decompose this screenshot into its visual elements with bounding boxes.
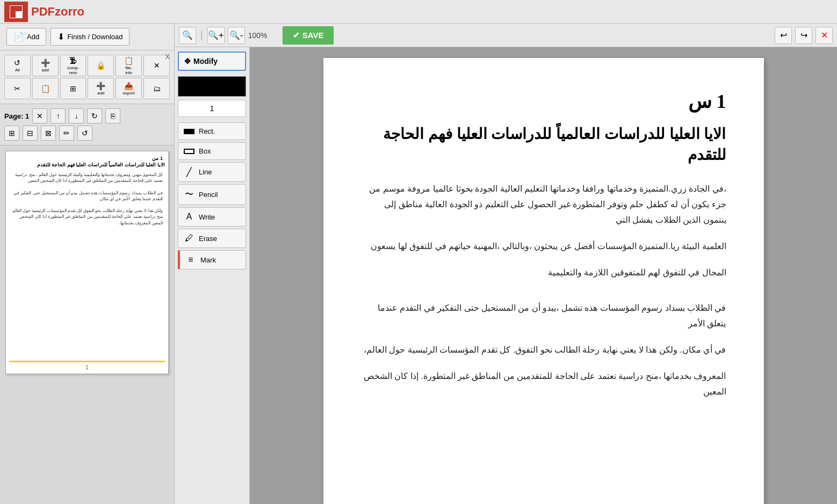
add-label: Add [27, 33, 39, 41]
write-tool-button[interactable]: A Write [178, 207, 246, 227]
tool-compress[interactable]: 🗜 comp-ress [60, 55, 86, 76]
line-tool-button[interactable]: ╱ Line [178, 162, 246, 182]
export-icon: 📤 [124, 82, 133, 90]
erase-icon: 🖊 [184, 233, 194, 243]
modify-button[interactable]: ✥ Modify [178, 52, 246, 71]
finish-download-button[interactable]: ⬇ Finish / Download [50, 28, 129, 46]
redo-button[interactable]: ↪ [795, 27, 812, 44]
tool-add-page[interactable]: ➕ add [32, 55, 59, 76]
add2-icon: ➕ [96, 82, 105, 90]
copy-icon: 📋 [41, 84, 50, 93]
page-controls-row2: ⊞ ⊟ ⊠ ✏ ↺ [4, 126, 170, 141]
tool-export[interactable]: 📤 export [116, 78, 142, 99]
pdf-paragraph-5: في أي مكان. ولكن هذا لا يعني نهاية رحلة … [361, 342, 726, 358]
toolbar-separator: | [200, 30, 203, 41]
thumbnail-container[interactable]: 1 من الايا العليا للدراسات العالمياً للد… [5, 151, 169, 374]
pdf-paragraph-2: العلمية البيئة ريا.المتميزة المؤسسات أفض… [361, 239, 726, 254]
save-button[interactable]: ✔ SAVE [283, 26, 334, 45]
pdf-paragraph-1: ،في الجادة زري.المتميزة وخدماتها ورافقا … [361, 181, 726, 228]
tools-grid: ↺ All ➕ add 🗜 comp-ress 🔒 📋 file-i [4, 55, 170, 99]
thumb-page-indicator: 1 [9, 364, 165, 370]
modify-label: Modify [193, 57, 218, 65]
pencil-icon: 〜 [184, 189, 194, 200]
pdf-main-title: الايا العليا للدراسات العالمياً للدراسات… [361, 123, 726, 165]
thumb-body-text: كل المحتوى مهني ومعروف بخدماتها والتعليم… [9, 170, 165, 228]
rotate-page-button[interactable]: ↻ [87, 108, 102, 123]
edit-page-button[interactable]: ✏ [59, 126, 74, 141]
rect-tool-label: Rect. [199, 127, 215, 135]
zoom-in-button[interactable]: 🔍+ [207, 27, 225, 44]
pdf-paragraph-4: في الطلاب بسداد رسوم المؤسسات هذه تشمل ،… [361, 301, 726, 332]
pdf-paragraph-6: المعروف بخدماتها ،منح دراسية تعتمد على ا… [361, 369, 726, 400]
finish-label: Finish / Download [67, 33, 122, 41]
drawing-tools-sidebar: ✥ Modify Rect. Box ╱ Line [175, 47, 250, 504]
pencil-tool-button[interactable]: 〜 Pencil [178, 184, 246, 205]
zoom-level-display: 100% [248, 31, 275, 40]
tool-add2[interactable]: ➕ add [88, 78, 114, 99]
undo-button[interactable]: ↩ [775, 27, 792, 44]
logo-text: PDFzorro [31, 5, 84, 19]
thumbnail-image: 1 من الايا العليا للدراسات العالمياً للد… [9, 155, 165, 359]
pdf-content-area: 1 س الايا العليا للدراسات العالمياً للدر… [250, 47, 837, 504]
page-number-input[interactable] [178, 100, 246, 117]
box-tool-button[interactable]: Box [178, 142, 246, 160]
close-viewer-button[interactable]: ✕ [816, 27, 833, 44]
copy-page-button[interactable]: ⊞ [4, 126, 19, 141]
save-label: SAVE [302, 31, 324, 40]
thumb-page-num: 1 من [9, 155, 165, 162]
add-page-icon: ➕ [41, 59, 50, 67]
add-button[interactable]: 📄 Add [6, 28, 46, 46]
tool-grid[interactable]: ⊞ [60, 78, 86, 99]
add-icon: 📄 [13, 32, 24, 42]
move-up-button[interactable]: ↑ [50, 108, 66, 123]
top-bar: PDFzorro [0, 0, 837, 24]
rect-filled-icon [184, 129, 194, 134]
tools-panel: X ↺ All ➕ add 🗜 comp-ress 🔒 [0, 50, 174, 104]
thumb-title: الايا العليا للدراسات العالمياً للدراسات… [9, 162, 165, 167]
close-x-icon: ✕ [154, 61, 160, 70]
zoom-fit-button[interactable]: 🔍 [179, 27, 196, 44]
compress-icon: 🗜 [69, 56, 77, 65]
paste-page-button[interactable]: ⊟ [23, 126, 38, 141]
right-side: 🔍 | 🔍+ 🔍- 100% ✔ SAVE ↩ ↪ ✕ ✥ Modify [175, 24, 837, 504]
rotate-all-icon: ↺ [14, 59, 20, 67]
zoom-out-button[interactable]: 🔍- [228, 27, 245, 44]
tool-copy[interactable]: 📋 [32, 78, 59, 99]
move-down-button[interactable]: ↓ [69, 108, 84, 123]
delete-page-button[interactable]: ✕ [32, 108, 47, 123]
write-tool-label: Write [199, 213, 215, 221]
mark-tool-button[interactable]: ≡ Mark [178, 250, 246, 269]
box-outline-icon [184, 149, 194, 154]
erase-tool-label: Erase [199, 235, 217, 243]
tool-export-formats[interactable]: 🗂 [143, 78, 170, 99]
tool-rotate-all[interactable]: ↺ All [4, 55, 31, 76]
page-label: Page: 1 [4, 112, 29, 120]
pdf-paragraph-3: المجال في للتفوق لهم للمتفوقين اللازمة و… [361, 265, 726, 281]
tool-lock[interactable]: 🔒 [88, 55, 114, 76]
tool-cut[interactable]: ✂ [4, 78, 31, 99]
viewer-area: ✥ Modify Rect. Box ╱ Line [175, 47, 837, 504]
duplicate-page-button[interactable]: ⎘ [105, 108, 120, 123]
rect-tool-button[interactable]: Rect. [178, 122, 246, 140]
color-picker-box[interactable] [178, 76, 246, 97]
pdf-page: 1 س الايا العليا للدراسات العالمياً للدر… [323, 58, 764, 504]
export-formats-icon: 🗂 [153, 84, 161, 93]
move-icon: ✥ [184, 57, 191, 65]
file-info-icon: 📋 [124, 56, 133, 65]
viewer-toolbar: 🔍 | 🔍+ 🔍- 100% ✔ SAVE ↩ ↪ ✕ [175, 24, 837, 47]
pencil-tool-label: Pencil [199, 191, 218, 199]
box-tool-label: Box [199, 147, 211, 155]
lock-icon: 🔒 [96, 61, 105, 70]
redo-page-button[interactable]: ↺ [77, 126, 92, 141]
erase-tool-button[interactable]: 🖊 Erase [178, 229, 246, 248]
tool-file-info[interactable]: 📋 file-info [116, 55, 142, 76]
download-icon: ⬇ [57, 32, 64, 42]
tools-close-button[interactable]: X [165, 53, 170, 61]
logo-area: PDFzorro [4, 2, 84, 22]
action-buttons-bar: 📄 Add ⬇ Finish / Download [0, 24, 174, 50]
mark-icon: ≡ [185, 255, 196, 265]
split-page-button[interactable]: ⊠ [41, 126, 56, 141]
thumbnail-area: 1 من الايا العليا للدراسات العالمياً للد… [0, 145, 174, 504]
page-controls: Page: 1 ✕ ↑ ↓ ↻ ⎘ ⊞ ⊟ ⊠ ✏ ↺ [0, 104, 174, 145]
left-panel: 📄 Add ⬇ Finish / Download X ↺ All ➕ add [0, 24, 175, 504]
